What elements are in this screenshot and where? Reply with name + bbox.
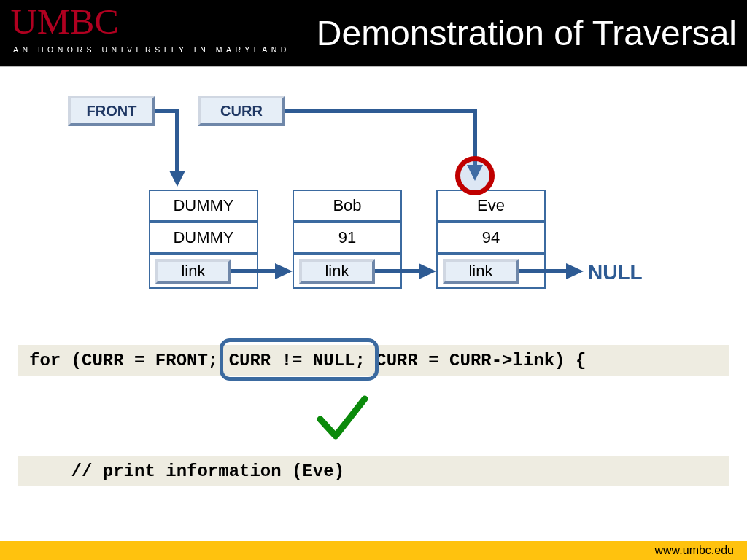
- node0-value-cell: DUMMY: [149, 222, 258, 254]
- svg-marker-3: [419, 263, 436, 279]
- footer-url: www.umbc.edu: [655, 544, 735, 557]
- svg-marker-2: [275, 263, 293, 279]
- code-condition-highlight: [220, 338, 379, 381]
- header-separator: [0, 66, 747, 67]
- header: UMBC AN HONORS UNIVERSITY IN MARYLAND De…: [0, 0, 747, 66]
- svg-marker-4: [566, 263, 584, 279]
- footer: [0, 541, 747, 560]
- tagline: AN HONORS UNIVERSITY IN MARYLAND: [13, 45, 290, 54]
- logo: UMBC: [10, 1, 118, 42]
- svg-marker-0: [169, 171, 185, 187]
- null-label: NULL: [588, 261, 643, 284]
- node1-name-cell: Bob: [293, 190, 402, 222]
- node2-name-cell: Eve: [436, 190, 546, 222]
- node1-value-cell: 91: [293, 222, 402, 254]
- node2-value-cell: 94: [436, 222, 546, 254]
- node1-link-label: link: [299, 259, 375, 284]
- node0-link-label: link: [155, 259, 231, 284]
- code-line-2: // print information (Eve): [18, 456, 729, 486]
- slide-title: Demonstration of Traversal: [317, 13, 737, 53]
- highlight-ring-icon: [455, 156, 495, 195]
- front-pointer-box: FRONT: [68, 96, 155, 126]
- node2-link-label: link: [443, 259, 519, 284]
- node0-name-cell: DUMMY: [149, 190, 258, 222]
- curr-pointer-box: CURR: [198, 96, 285, 126]
